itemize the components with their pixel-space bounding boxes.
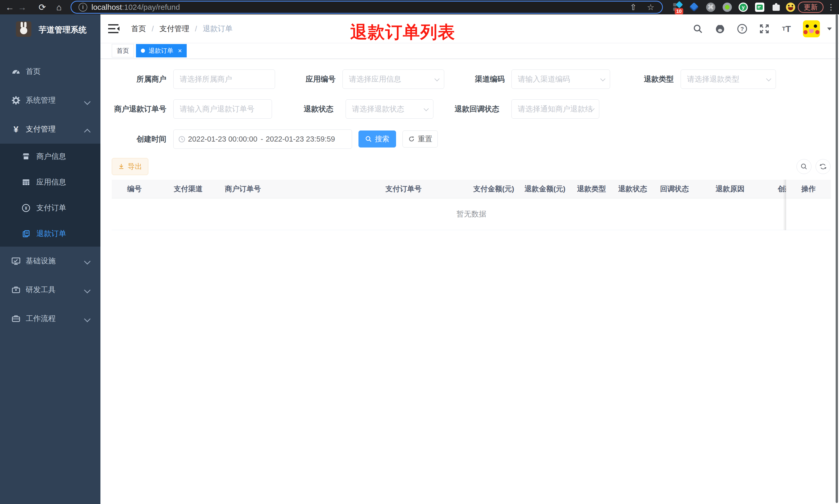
export-button-label: 导出 (128, 162, 142, 172)
github-icon[interactable] (714, 23, 726, 35)
column-header: 退款状态 (613, 180, 655, 198)
navbar-actions: ? TT (692, 14, 832, 43)
date-start-input[interactable] (188, 135, 258, 143)
search-icon[interactable] (692, 23, 703, 35)
dashboard-icon (11, 67, 21, 76)
column-header: 支付渠道 (169, 180, 220, 198)
sidebar-collapse-icon[interactable] (108, 24, 120, 34)
refund-status-select[interactable] (345, 100, 433, 119)
table-search-toggle-icon[interactable] (797, 159, 811, 174)
date-end-input[interactable] (266, 135, 336, 143)
browser-update-button[interactable]: 更新 (798, 2, 824, 13)
sidebar-item-merchant-info[interactable]: 商户信息 (0, 144, 101, 169)
sidebar-item-refund-order[interactable]: 退款订单 (0, 221, 101, 247)
column-header: 回调状态 (655, 180, 711, 198)
extension-puzzle-icon[interactable] (771, 3, 781, 12)
filter-label-create-time: 创建时间 (98, 129, 166, 149)
chevron-up-icon (84, 129, 90, 135)
share-icon[interactable]: ⇧ (630, 2, 637, 12)
sidebar-item-pay[interactable]: ¥ 支付管理 (0, 115, 101, 144)
channel-select[interactable] (512, 70, 610, 89)
app-logo-row[interactable]: 芋道管理系统 (0, 14, 101, 45)
avatar[interactable] (803, 20, 820, 37)
url-text: localhost:1024/pay/refund (91, 3, 180, 12)
gear-icon (11, 96, 21, 105)
browser-back-icon[interactable]: ← (4, 0, 15, 14)
empty-text: 暂无数据 (457, 209, 486, 219)
filter-label-channel: 渠道编码 (443, 70, 505, 89)
tag-dot (141, 49, 145, 53)
tag-home[interactable]: 首页 (112, 44, 134, 57)
extension-y-icon[interactable]: y (738, 3, 748, 12)
fullscreen-icon[interactable] (758, 23, 770, 35)
fixed-column-shadow (783, 180, 786, 230)
sidebar-item-pay-order[interactable]: ¥ 支付订单 (0, 195, 101, 221)
app-title: 芋道管理系统 (39, 14, 87, 45)
help-icon[interactable]: ? (736, 23, 748, 35)
clock-icon (178, 136, 185, 143)
extension-emoji-icon[interactable] (786, 3, 795, 12)
extension-grid-icon[interactable]: 10 (673, 3, 682, 12)
sidebar-item-label: 工作流程 (26, 313, 56, 324)
column-header: 退款金额(元) (519, 180, 572, 198)
tag-refund-order[interactable]: 退款订单 × (136, 44, 187, 57)
filter-label-app: 应用编号 (273, 70, 336, 89)
browser-reload-icon[interactable]: ⟳ (37, 0, 48, 14)
column-header: 支付订单号 (380, 180, 468, 198)
create-time-range-picker[interactable]: - (173, 129, 352, 149)
breadcrumb-home[interactable]: 首页 (131, 24, 146, 34)
font-size-icon[interactable]: TT (781, 23, 792, 35)
shop-icon (21, 152, 31, 161)
sidebar-item-app-info[interactable]: 应用信息 (0, 169, 101, 195)
app-select[interactable] (342, 70, 444, 89)
site-info-icon[interactable]: i (78, 3, 87, 12)
extension-command-icon[interactable]: ⌘ (706, 3, 715, 12)
column-header-actions: 操作 (786, 180, 831, 198)
sidebar-item-workflow[interactable]: 工作流程 (0, 304, 101, 333)
sidebar-item-label: 支付订单 (36, 203, 66, 213)
page-scrollbar[interactable] (836, 14, 838, 503)
chevron-down-icon (84, 316, 90, 322)
search-button[interactable]: 搜索 (358, 130, 396, 147)
table-header-row: 编号 支付渠道 商户订单号 支付订单号 支付金额(元) 退款金额(元) 退款类型… (112, 180, 831, 198)
extension-chat-icon[interactable] (755, 3, 764, 12)
app-logo (16, 21, 31, 37)
filter-label-merchant-refund-no: 商户退款订单号 (98, 100, 166, 119)
empty-row: 暂无数据 (112, 198, 831, 230)
date-separator: - (261, 135, 263, 143)
filter-label-refund-status: 退款状态 (273, 100, 334, 119)
tag-close-icon[interactable]: × (178, 47, 182, 55)
sidebar-item-label: 首页 (26, 67, 41, 77)
merchant-input[interactable] (173, 70, 275, 89)
column-header: 退款类型 (572, 180, 613, 198)
pay-submenu: 商户信息 应用信息 ¥ 支付订单 退款订单 (0, 144, 101, 247)
sidebar-item-system[interactable]: 系统管理 (0, 86, 101, 115)
breadcrumb-pay[interactable]: 支付管理 (159, 24, 189, 34)
yen-icon: ¥ (11, 124, 21, 134)
extension-dot-icon[interactable] (722, 3, 732, 12)
bookmark-star-icon[interactable]: ☆ (647, 2, 654, 12)
sidebar-item-label: 应用信息 (36, 177, 66, 187)
refund-type-select[interactable] (681, 70, 776, 89)
address-bar[interactable]: i localhost:1024/pay/refund ⇧ ☆ (71, 1, 663, 14)
extension-gem-icon[interactable] (690, 3, 699, 12)
search-icon (365, 136, 372, 142)
callback-status-select[interactable] (512, 100, 599, 119)
sidebar-item-infra[interactable]: 基础设施 (0, 247, 101, 275)
browser-home-icon[interactable]: ⌂ (53, 0, 65, 14)
merchant-refund-no-input[interactable] (173, 100, 272, 119)
reset-button[interactable]: 重置 (403, 130, 438, 147)
sidebar-item-label: 基础设施 (26, 256, 56, 266)
export-button[interactable]: 导出 (112, 158, 148, 175)
table-refresh-icon[interactable] (816, 159, 831, 174)
browser-forward-icon[interactable]: → (17, 0, 28, 14)
page-annotation-title: 退款订单列表 (350, 21, 455, 44)
sidebar-item-devtools[interactable]: 研发工具 (0, 275, 101, 304)
filter-label-merchant: 所属商户 (98, 70, 166, 89)
extension-badge: 10 (675, 8, 683, 14)
sidebar-item-home[interactable]: 首页 (0, 57, 101, 86)
browser-menu-icon[interactable]: ⋮ (827, 3, 835, 12)
avatar-caret-icon[interactable] (827, 28, 832, 30)
toolbox-icon (11, 285, 21, 294)
filter-label-callback-status: 退款回调状态 (425, 100, 499, 119)
